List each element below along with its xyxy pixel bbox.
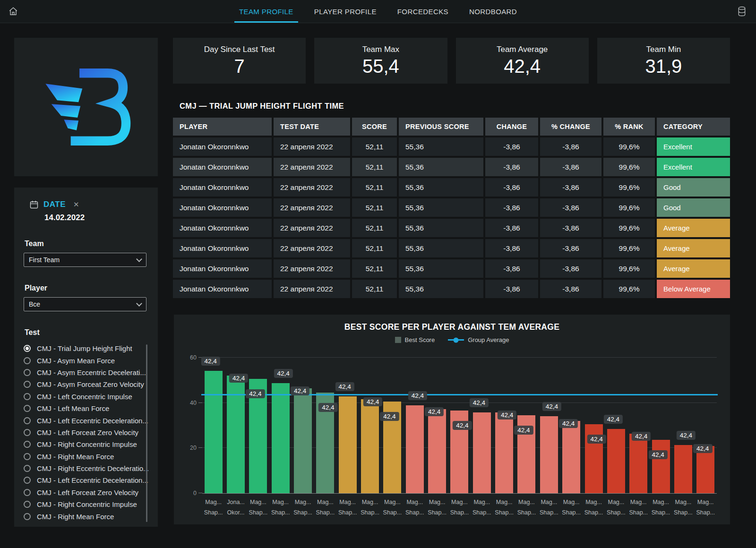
test-option[interactable]: CMJ - Right Concentric Impulse (24, 438, 148, 450)
data-label: 42,4 (587, 435, 606, 444)
bar-slot: 42,4Mag...Shap... (247, 358, 269, 493)
tab-player-profile[interactable]: PLAYER PROFILE (314, 0, 377, 23)
data-label: 42,4 (559, 419, 578, 428)
bar-slot: 42,4Mag...Shap... (583, 358, 605, 493)
team-label: Team (25, 240, 148, 248)
cell: 22 апреля 2022 (274, 198, 350, 217)
cell: 52,11 (352, 158, 397, 176)
test-option[interactable]: CMJ - Right Mean Force (24, 510, 148, 522)
test-option[interactable]: CMJ - Left Eccentric Deceleration... (24, 414, 148, 426)
cell: 22 апреля 2022 (274, 158, 350, 176)
legend-square-swatch (395, 337, 401, 343)
x-axis-label: Mag...Shap... (338, 497, 357, 518)
radio-icon (24, 501, 31, 508)
radio-icon (24, 357, 31, 364)
table-section: CMJ — TRIAL JUMP HEIGHT FLIGHT TIME PLAY… (173, 100, 730, 298)
test-list-scrollbar[interactable] (146, 344, 147, 522)
bar[interactable] (495, 412, 513, 493)
column-header-previous-score: PREVIOUS SCORE (399, 118, 483, 136)
x-axis-label: Mag...Shap... (361, 497, 379, 518)
tab-team-profile[interactable]: TEAM PROFILE (239, 0, 293, 23)
stat-card-value: 42,4 (504, 55, 541, 77)
bar-slot: 42,4Mag...Shap... (538, 358, 560, 493)
data-label: 42,4 (408, 391, 427, 400)
database-icon[interactable] (730, 0, 753, 23)
bar[interactable] (339, 396, 357, 493)
test-option-label: CMJ - Right Mean Force (37, 453, 114, 461)
cell: -3,86 (485, 239, 538, 257)
cell: -3,86 (485, 137, 538, 156)
player-select[interactable]: Все (24, 297, 146, 311)
test-option[interactable]: CMJ - Left Concentric Impulse (24, 391, 148, 402)
team-logo (35, 59, 137, 155)
x-axis-label: Mag...Shap... (271, 497, 290, 518)
test-option[interactable]: CMJ - Right Mean Force (24, 451, 148, 462)
cell: -3,86 (540, 198, 601, 217)
stat-card-team-average: Team Average42,4 (456, 38, 589, 84)
x-axis-label: Mag...Shap... (293, 497, 312, 518)
data-label: 42,4 (498, 411, 516, 420)
data-label: 42,4 (246, 389, 265, 398)
bar[interactable] (361, 399, 379, 493)
test-option[interactable]: CMJ - Trial Jump Height Flight (24, 342, 148, 354)
radio-icon (24, 465, 31, 472)
bar[interactable] (272, 383, 290, 493)
bar[interactable] (473, 412, 491, 493)
stat-card-label: Team Average (497, 45, 548, 54)
close-icon[interactable]: ✕ (73, 200, 79, 209)
x-axis-label: Mag...Shap... (495, 497, 514, 518)
cell: 55,36 (399, 219, 483, 237)
bars-container: 42,4Mag...Shap...42,4Jona...Okor...42,4M… (202, 358, 717, 493)
cell: 52,11 (352, 178, 397, 197)
bar[interactable] (629, 434, 647, 493)
bar[interactable] (562, 421, 580, 493)
test-option-label: CMJ - Left Concentric Impulse (37, 393, 132, 401)
bar[interactable] (674, 445, 692, 493)
bar[interactable] (652, 440, 670, 493)
nav-tabs: TEAM PROFILEPLAYER PROFILEFORCEDECKSNORD… (239, 0, 517, 23)
cell: 99,6% (603, 198, 655, 217)
tab-forcedecks[interactable]: FORCEDECKS (397, 0, 448, 23)
tab-nordboard[interactable]: NORDBOARD (469, 0, 517, 23)
stat-cards: Day Since Last Test7Team Max55,4Team Ave… (173, 38, 730, 84)
home-icon[interactable] (2, 0, 25, 23)
test-option[interactable]: CMJ - Asym Eccentric Decelerati... (24, 367, 148, 378)
x-axis-label: Mag...Shap... (607, 497, 626, 518)
bar-slot: 42,4Mag...Shap... (202, 358, 224, 493)
bar[interactable] (540, 416, 558, 493)
test-option[interactable]: CMJ - Left Eccentric Deceleration... (24, 474, 148, 486)
top-nav: TEAM PROFILEPLAYER PROFILEFORCEDECKSNORD… (0, 0, 756, 23)
column-header-change: CHANGE (485, 118, 538, 136)
cell: Jonatan Okoronnkwo (173, 280, 272, 298)
x-axis-label: Mag...Shap... (472, 497, 491, 518)
bar[interactable] (428, 409, 446, 493)
data-label: 42,4 (335, 382, 354, 391)
bar[interactable] (294, 388, 312, 493)
test-option[interactable]: CMJ - Left Forceat Zero Velocity (24, 427, 148, 438)
column-header-test-date: TEST DATE (274, 118, 350, 136)
category-badge: Excellent (657, 158, 730, 176)
test-option[interactable]: CMJ - Left Forceat Zero Velocity (24, 487, 148, 498)
test-option[interactable]: CMJ - Left Mean Force (24, 402, 148, 414)
y-tick-label: 40 (190, 400, 197, 406)
radio-icon (24, 369, 31, 376)
x-axis-label: Mag...Shap... (584, 497, 603, 518)
data-label: 42,4 (470, 398, 489, 407)
radio-icon (24, 453, 31, 460)
bar[interactable] (406, 405, 424, 493)
category-badge: Good (657, 178, 730, 197)
x-axis-label: Mag...Shap... (540, 497, 558, 518)
test-option[interactable]: CMJ - Asym Mean Force (24, 354, 148, 366)
bar-slot: 42,4Mag...Shap... (471, 358, 493, 493)
bar-slot: 42,4Mag...Shap... (359, 358, 381, 493)
x-axis-label: Mag...Shap... (316, 497, 335, 518)
test-option[interactable]: CMJ - Asym Forceat Zero Velocity (24, 378, 148, 390)
cell: -3,86 (485, 198, 538, 217)
test-option[interactable]: CMJ - Right Concentric Impulse (24, 498, 148, 510)
test-option[interactable]: CMJ - Right Eccentric Deceleratio... (24, 462, 148, 474)
team-select[interactable]: First Team (24, 253, 146, 267)
column-header-score: SCORE (352, 118, 397, 136)
bar[interactable] (607, 429, 625, 493)
bar[interactable] (227, 376, 245, 493)
bar[interactable] (205, 371, 223, 493)
